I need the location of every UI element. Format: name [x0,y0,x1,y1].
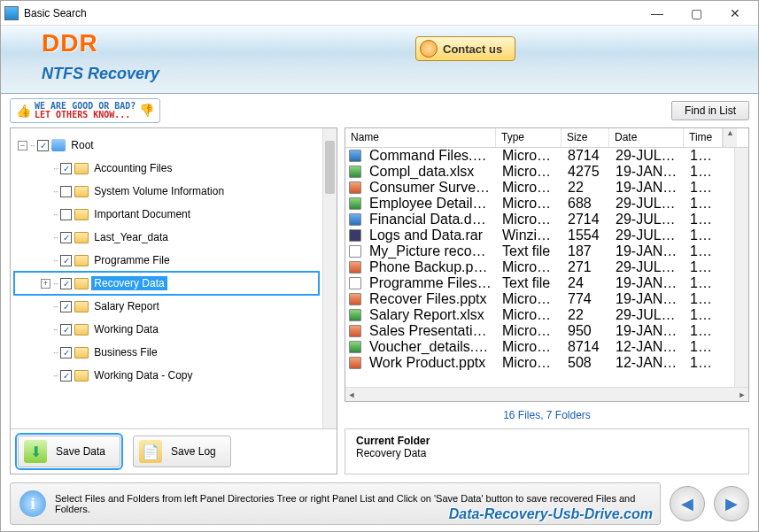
checkbox[interactable]: ✓ [60,370,72,382]
tree-item[interactable]: ···✓Business File [14,341,319,364]
tree-item[interactable]: ···System Volume Information [14,180,319,203]
list-row[interactable]: Logs and Data.rarWinzip File155429-JUL-2… [345,227,734,243]
list-vscrollbar[interactable] [734,148,748,387]
list-row[interactable]: My_Picture recovery.txtText file18719-JA… [345,243,734,259]
close-button[interactable]: ✕ [716,2,755,25]
expander-icon[interactable]: + [41,279,50,289]
cell-date: 19-JAN-2021 [610,243,685,259]
tree-item[interactable]: ···✓Last_Year_data [14,226,319,249]
checkbox[interactable] [60,186,72,197]
minimize-button[interactable]: — [638,2,677,25]
file-icon [349,277,361,289]
folder-icon [74,209,89,220]
checkbox[interactable]: ✓ [60,232,72,243]
list-row[interactable]: Financial Data.docxMicrosoft...271429-JU… [345,212,734,227]
checkbox[interactable]: ✓ [60,347,72,359]
tree-scroll-thumb[interactable] [325,141,335,194]
list-row[interactable]: Compl_data.xlsxMicrosoft...427519-JAN-20… [345,164,734,180]
list-row[interactable]: Sales Presentation.pptxMicrosoft...95019… [345,323,734,339]
maximize-button[interactable]: ▢ [677,2,716,25]
cell-name: Work Product.pptx [364,355,497,371]
directory-tree[interactable]: −···✓Root···✓Accounting Files···System V… [11,128,322,428]
tree-wrap: −···✓Root···✓Accounting Files···System V… [11,128,337,429]
list-row[interactable]: Programme Files.txtText file2419-JAN-202… [345,275,734,291]
tree-item[interactable]: ···✓Accounting Files [14,157,319,180]
tree-scrollbar[interactable] [322,128,337,428]
cell-date: 29-JUL-2023 [610,196,685,212]
checkbox[interactable]: ✓ [60,163,72,174]
cell-type: Microsoft... [497,164,562,180]
file-icon [349,261,361,274]
checkbox[interactable]: ✓ [37,140,49,151]
cell-date: 29-JUL-2023 [610,148,685,164]
tree-item[interactable]: ···✓Programme File [14,249,319,272]
list-rows[interactable]: Command Files.docxMicrosoft...871429-JUL… [345,148,734,387]
checkbox[interactable] [60,209,72,220]
cell-size: 271 [562,259,610,275]
nav-forward-button[interactable]: ▶ [714,486,749,521]
feedback-box[interactable]: 👍 WE ARE GOOD OR BAD? LET OTHERS KNOW...… [10,98,160,123]
tree-item[interactable]: ···✓Working Data [14,318,319,341]
cell-size: 774 [562,291,610,307]
cell-time: 16:55 [685,148,724,164]
tree-item[interactable]: +···✓Recovery Data [14,272,319,295]
tree-root[interactable]: −···✓Root [14,134,319,157]
scroll-left-arrow[interactable]: ◄ [345,390,358,399]
list-row[interactable]: Phone Backup.pptxMicrosoft...27129-JUL-2… [345,259,734,275]
cell-size: 950 [562,323,610,339]
cell-size: 24 [562,275,610,291]
cell-name: My_Picture recovery.txt [364,243,497,259]
cell-name: Consumer Survey.pptx [364,180,497,196]
list-row[interactable]: Salary Report.xlsxMicrosoft...2229-JUL-2… [345,307,734,323]
list-row[interactable]: Voucher_details.xlsxMicrosoft...871412-J… [345,339,734,355]
col-time[interactable]: Time [684,128,723,147]
thumb-up-icon: 👍 [16,104,31,118]
cell-size: 22 [562,307,610,323]
col-date[interactable]: Date [609,128,684,147]
folder-icon [74,324,89,335]
checkbox[interactable]: ✓ [60,255,72,266]
cell-size: 688 [562,196,610,212]
contact-us-button[interactable]: Contact us [415,36,515,61]
cell-size: 1554 [562,227,610,243]
cell-date: 12-JAN-2015 [610,355,685,371]
list-header-scroll-arrow[interactable]: ▲ [723,128,737,147]
tree-item[interactable]: ···Important Document [14,203,319,226]
col-type[interactable]: Type [496,128,562,147]
list-row[interactable]: Command Files.docxMicrosoft...871429-JUL… [345,148,734,164]
cell-date: 29-JUL-2023 [610,307,685,323]
cell-name: Compl_data.xlsx [364,164,497,180]
nav-back-button[interactable]: ◀ [670,486,705,521]
scroll-right-arrow[interactable]: ► [736,390,748,399]
cell-time: 12:22 [685,355,724,371]
save-data-icon: ⬇ [24,440,47,463]
checkbox[interactable]: ✓ [60,301,72,312]
list-row[interactable]: Consumer Survey.pptxMicrosoft...2219-JAN… [345,180,734,196]
save-log-button[interactable]: 📄 Save Log [133,436,231,467]
save-log-label: Save Log [171,445,216,458]
tree-item[interactable]: ···✓Salary Report [14,295,319,318]
cell-date: 29-JUL-2023 [610,259,685,275]
find-in-list-button[interactable]: Find in List [671,101,749,120]
cell-type: Text file [497,275,562,291]
list-row[interactable]: Employee Details.xlsxMicrosoft...68829-J… [345,196,734,212]
col-size[interactable]: Size [562,128,609,147]
footer-hint-box: i Select Files and Folders from left Pan… [10,482,661,525]
col-name[interactable]: Name [345,128,496,147]
list-row[interactable]: Work Product.pptxMicrosoft...50812-JAN-2… [345,355,734,371]
file-icon [349,166,361,178]
file-icon [349,213,361,226]
checkbox[interactable]: ✓ [60,278,72,289]
tree-item-label: System Volume Information [91,184,227,198]
list-hscrollbar[interactable]: ◄ ► [345,387,748,401]
file-icon [349,325,361,337]
file-icon [349,293,361,305]
tree-item[interactable]: ···✓Working Data - Copy [14,364,319,387]
titlebar: Basic Search — ▢ ✕ [1,1,758,26]
folder-icon [74,301,89,312]
expander-icon[interactable]: − [18,141,27,150]
save-data-button[interactable]: ⬇ Save Data [18,436,120,467]
thumb-down-icon: 👍 [139,104,154,118]
list-row[interactable]: Recover Files.pptxMicrosoft...77419-JAN-… [345,291,734,307]
checkbox[interactable]: ✓ [60,324,72,335]
